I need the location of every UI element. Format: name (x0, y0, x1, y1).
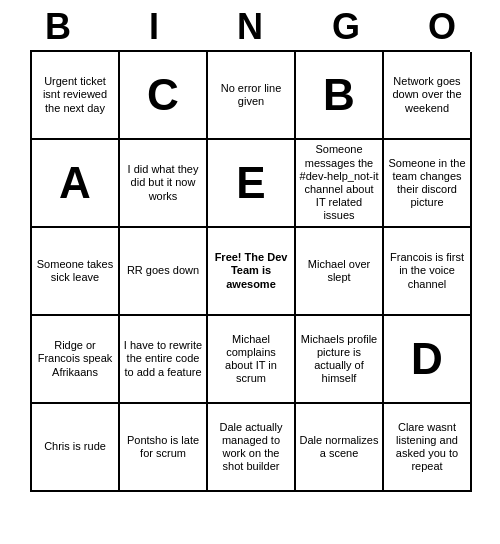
cell-7: E (208, 140, 296, 228)
cell-4: Network goes down over the weekend (384, 52, 472, 140)
cell-14: Francois is first in the voice channel (384, 228, 472, 316)
title-letter-O: O (398, 6, 486, 48)
cell-8: Someone messages the #dev-help_not-it ch… (296, 140, 384, 228)
title-letter-B: B (14, 6, 102, 48)
cell-22: Dale actually managed to work on the sho… (208, 404, 296, 492)
cell-13: Michael over slept (296, 228, 384, 316)
bingo-title: BINGO (10, 0, 490, 50)
cell-11: RR goes down (120, 228, 208, 316)
cell-23: Dale normalizes a scene (296, 404, 384, 492)
cell-0: Urgent ticket isnt reviewed the next day (32, 52, 120, 140)
cell-12: Free! The Dev Team is awesome (208, 228, 296, 316)
title-letter-G: G (302, 6, 390, 48)
cell-24: Clare wasnt listening and asked you to r… (384, 404, 472, 492)
cell-2: No error line given (208, 52, 296, 140)
cell-20: Chris is rude (32, 404, 120, 492)
cell-3: B (296, 52, 384, 140)
title-letter-N: N (206, 6, 294, 48)
cell-15: Ridge or Francois speak Afrikaans (32, 316, 120, 404)
cell-6: I did what they did but it now works (120, 140, 208, 228)
cell-21: Pontsho is late for scrum (120, 404, 208, 492)
bingo-grid: Urgent ticket isnt reviewed the next day… (30, 50, 470, 492)
cell-18: Michaels profile picture is actually of … (296, 316, 384, 404)
cell-5: A (32, 140, 120, 228)
cell-1: C (120, 52, 208, 140)
cell-9: Someone in the team changes their discor… (384, 140, 472, 228)
cell-16: I have to rewrite the entire code to add… (120, 316, 208, 404)
title-letter-I: I (110, 6, 198, 48)
cell-19: D (384, 316, 472, 404)
cell-10: Someone takes sick leave (32, 228, 120, 316)
cell-17: Michael complains about IT in scrum (208, 316, 296, 404)
